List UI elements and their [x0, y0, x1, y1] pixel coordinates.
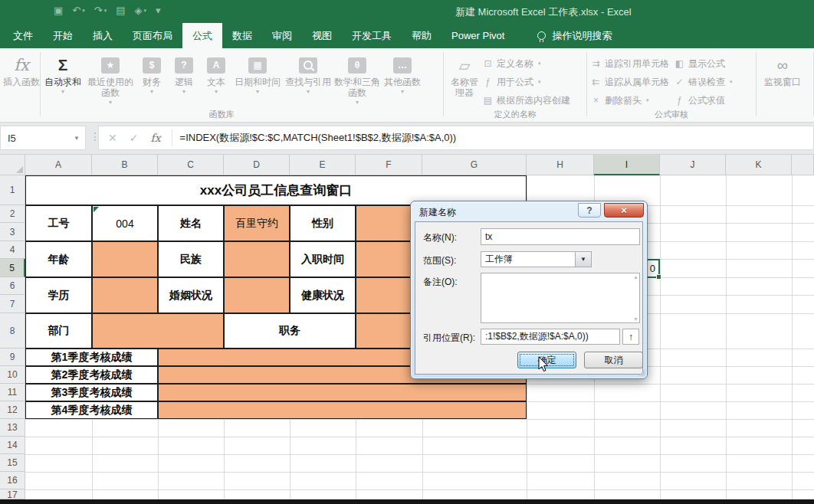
marital-value-cell[interactable] [224, 277, 290, 313]
row-header-8[interactable]: 8 [0, 313, 25, 349]
column-header-D[interactable]: D [224, 155, 290, 175]
math-trig-button[interactable]: θ 数学和三角函数 ▾ [333, 48, 381, 106]
evaluate-formula-button[interactable]: ƒ 公式求值 [674, 91, 733, 110]
row-header-17[interactable]: 17 [0, 489, 25, 499]
age-label-cell[interactable]: 年龄 [25, 241, 92, 277]
watch-window-button[interactable]: ∞ 监视窗口 [760, 48, 806, 88]
tab-page-layout[interactable]: 页面布局 [123, 23, 182, 48]
tab-view[interactable]: 视图 [302, 23, 342, 48]
tab-review[interactable]: 审阅 [262, 23, 302, 48]
spreadsheet-grid[interactable]: xxx公司员工信息查询窗口 工号 004 姓名 百里守约 性别 年龄 民族 入职… [0, 155, 814, 499]
print-preview-icon[interactable]: ▤ [116, 5, 125, 16]
row-header-14[interactable]: 14 [0, 437, 25, 454]
scope-select[interactable]: 工作簿 ▼ [481, 251, 592, 267]
cancel-icon[interactable]: ✕ [108, 132, 117, 144]
recent-functions-button[interactable]: ★ 最近使用的函数 ▾ [85, 48, 136, 106]
education-label-cell[interactable]: 学历 [25, 277, 92, 313]
range-select-button[interactable]: ↑ [622, 329, 639, 345]
department-label-cell[interactable]: 部门 [25, 313, 92, 349]
ethnicity-label-cell[interactable]: 民族 [158, 241, 224, 277]
trace-precedents-button[interactable]: ⇉ 追踪引用单元格 [590, 54, 669, 73]
tab-file[interactable]: 文件 [3, 23, 43, 48]
scroll-down-icon[interactable]: ▼ [633, 316, 638, 322]
q1-label-cell[interactable]: 第1季度考核成绩 [25, 349, 158, 366]
tab-data[interactable]: 数据 [222, 23, 262, 48]
save-icon[interactable]: ▣ [54, 5, 63, 16]
row-header-2[interactable]: 2 [0, 205, 25, 223]
department-value-cell[interactable] [92, 313, 224, 349]
tab-insert[interactable]: 插入 [83, 23, 123, 48]
row-header-4[interactable]: 4 [0, 241, 25, 259]
q4-value-cell[interactable] [158, 401, 527, 419]
lookup-reference-button[interactable]: 查找与引用 ▾ [283, 48, 333, 95]
refers-to-input[interactable]: :1!$B$2,数据源!$A:$A,0)) [481, 329, 620, 345]
autosum-button[interactable]: Σ 自动求和 ▾ [41, 48, 85, 95]
define-name-button[interactable]: ⊡ 定义名称 ▾ [482, 54, 570, 73]
name-value-cell[interactable]: 百里守约 [224, 205, 290, 241]
age-value-cell[interactable] [92, 241, 158, 277]
formula-bar[interactable]: ✕ ✓ fx =INDEX(数据源!$C:$C,MATCH(Sheet1!$B$… [98, 126, 814, 150]
text-button[interactable]: A 文本 ▾ [200, 48, 232, 95]
name-label-cell[interactable]: 姓名 [158, 205, 224, 241]
column-header-partial[interactable] [792, 155, 814, 175]
position-label-cell[interactable]: 职务 [224, 313, 356, 349]
row-header-3[interactable]: 3 [0, 223, 25, 241]
employee-id-label-cell[interactable]: 工号 [25, 205, 92, 241]
row-header-11[interactable]: 11 [0, 384, 25, 401]
row-header-12[interactable]: 12 [0, 401, 25, 419]
name-manager-button[interactable]: ▱ 名称管理器 [447, 48, 482, 99]
logical-button[interactable]: ? 逻辑 ▾ [168, 48, 200, 95]
tell-me-search[interactable]: 操作说明搜索 [537, 23, 612, 48]
column-header-F[interactable]: F [356, 155, 422, 175]
name-box[interactable]: I5 ▼ [0, 126, 86, 150]
column-header-C[interactable]: C [158, 155, 224, 175]
hire-date-label-cell[interactable]: 入职时间 [290, 241, 356, 277]
use-in-formula-button[interactable]: ƒ 用于公式 ▾ [482, 73, 570, 91]
financial-button[interactable]: $ 财务 ▾ [136, 48, 168, 95]
error-checking-button[interactable]: ✓ 错误检查 ▾ [674, 73, 733, 91]
tab-power-pivot[interactable]: Power Pivot [441, 23, 514, 48]
column-header-I[interactable]: I [594, 155, 660, 175]
more-functions-button[interactable]: … 其他函数 ▾ [381, 48, 424, 95]
tab-home[interactable]: 开始 [43, 23, 83, 48]
gender-label-cell[interactable]: 性别 [290, 205, 356, 241]
column-header-A[interactable]: A [25, 155, 92, 175]
ethnicity-value-cell[interactable] [224, 241, 290, 277]
tab-developer[interactable]: 开发工具 [342, 23, 402, 48]
row-header-16[interactable]: 16 [0, 472, 25, 489]
column-header-K[interactable]: K [726, 155, 792, 175]
chevron-down-icon[interactable]: ▼ [74, 135, 80, 142]
formula-text[interactable]: =INDEX(数据源!$C:$C,MATCH(Sheet1!$B$2,数据源!$… [180, 131, 457, 145]
dialog-help-button[interactable]: ? [578, 203, 601, 218]
touch-mode-icon[interactable]: ◈▾ [134, 5, 146, 16]
insert-function-button[interactable]: fx 插入函数 [3, 48, 40, 95]
remove-arrows-button[interactable]: × 删除箭头 ▾ [590, 91, 669, 110]
trace-dependents-button[interactable]: ⇇ 追踪从属单元格 [590, 73, 669, 91]
q4-label-cell[interactable]: 第4季度考核成绩 [25, 401, 158, 419]
row-header-5[interactable]: 5 [0, 259, 25, 277]
column-header-B[interactable]: B [92, 155, 158, 175]
insert-function-icon[interactable]: fx [150, 132, 160, 144]
resize-grip[interactable]: ◢ [638, 368, 645, 376]
row-header-1[interactable]: 1 [0, 175, 25, 205]
name-input[interactable]: tx [481, 228, 640, 245]
row-header-9[interactable]: 9 [0, 349, 25, 366]
column-header-J[interactable]: J [660, 155, 726, 175]
column-header-E[interactable]: E [290, 155, 356, 175]
date-time-button[interactable]: ▦ 日期和时间 ▾ [232, 48, 283, 95]
row-header-15[interactable]: 15 [0, 454, 25, 472]
q2-label-cell[interactable]: 第2季度考核成绩 [25, 366, 158, 384]
marital-label-cell[interactable]: 婚姻状况 [158, 277, 224, 313]
employee-id-value-cell[interactable]: 004 [92, 205, 158, 241]
redo-icon[interactable]: ↷▾ [94, 5, 107, 16]
row-header-10[interactable]: 10 [0, 366, 25, 384]
scroll-up-icon[interactable]: ▲ [633, 274, 638, 280]
q3-label-cell[interactable]: 第3季度考核成绩 [25, 384, 158, 401]
q3-value-cell[interactable] [158, 384, 527, 401]
row-header-13[interactable]: 13 [0, 419, 25, 437]
tab-formulas[interactable]: 公式 [182, 23, 222, 48]
row-header-7[interactable]: 7 [0, 295, 25, 313]
show-formulas-button[interactable]: ◧ 显示公式 [674, 54, 733, 73]
health-label-cell[interactable]: 健康状况 [290, 277, 356, 313]
column-header-H[interactable]: H [527, 155, 594, 175]
